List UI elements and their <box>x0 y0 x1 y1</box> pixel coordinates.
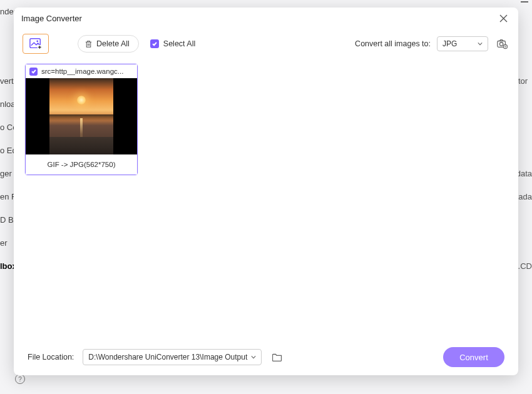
svg-point-4 <box>499 43 503 46</box>
svg-point-1 <box>36 41 38 43</box>
checkbox-checked-icon <box>150 39 159 48</box>
convert-button[interactable]: Convert <box>443 347 504 367</box>
output-format-value: JPG <box>442 39 457 48</box>
convert-button-label: Convert <box>459 353 488 362</box>
image-grid: src=http__image.wangc... GIF -> JPG(562*… <box>14 59 518 339</box>
select-all-label: Select All <box>163 39 195 48</box>
footer: File Location: D:\Wondershare UniConvert… <box>14 339 518 375</box>
minimize-icon[interactable] <box>521 1 528 3</box>
toolbar: Delete All Select All Convert all images… <box>14 29 518 59</box>
chevron-down-icon <box>251 355 256 360</box>
delete-all-button[interactable]: Delete All <box>78 35 139 53</box>
delete-all-label: Delete All <box>96 39 130 48</box>
select-all-checkbox[interactable]: Select All <box>150 39 195 48</box>
sunset-preview <box>49 78 113 154</box>
file-location-label: File Location: <box>28 353 74 361</box>
folder-icon <box>272 353 282 361</box>
file-location-dropdown[interactable]: D:\Wondershare UniConverter 13\Image Out… <box>83 349 262 365</box>
image-conversion-caption: GIF -> JPG(562*750) <box>26 154 137 174</box>
image-filename: src=http__image.wangc... <box>41 68 133 75</box>
chevron-down-icon <box>478 41 483 46</box>
file-location-value: D:\Wondershare UniConverter 13\Image Out… <box>88 353 247 361</box>
image-checkbox[interactable] <box>29 68 38 76</box>
trash-icon <box>84 40 93 48</box>
output-format-dropdown[interactable]: JPG <box>437 36 488 51</box>
bg-right-text: tor dataetada CD. <box>518 0 532 394</box>
settings-button[interactable] <box>494 36 509 51</box>
close-button[interactable] <box>496 11 511 26</box>
image-card-header: src=http__image.wangc... <box>26 64 137 78</box>
close-icon <box>499 14 508 23</box>
add-image-button[interactable] <box>23 34 49 54</box>
add-image-icon <box>29 38 43 50</box>
image-card[interactable]: src=http__image.wangc... GIF -> JPG(562*… <box>25 64 138 175</box>
camera-settings-icon <box>496 38 508 49</box>
open-folder-button[interactable] <box>270 350 284 364</box>
modal-header: Image Converter <box>14 8 518 29</box>
convert-to-group: Convert all images to: JPG <box>355 36 509 51</box>
image-converter-modal: Image Converter Delete All Select All <box>14 8 518 375</box>
help-icon[interactable]: ? <box>15 374 25 384</box>
modal-title: Image Converter <box>21 14 496 23</box>
image-thumbnail <box>26 78 137 154</box>
convert-to-label: Convert all images to: <box>355 39 431 48</box>
